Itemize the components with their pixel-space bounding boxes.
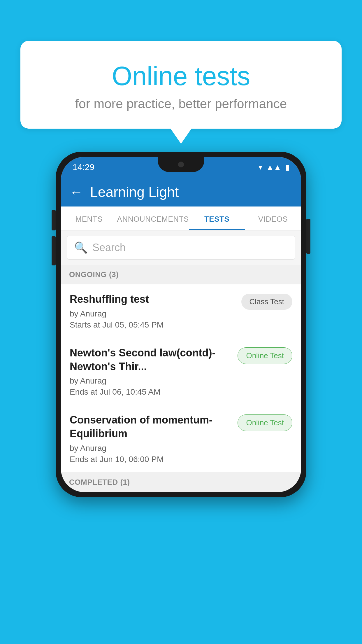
volume-up-button bbox=[52, 210, 56, 230]
test-item[interactable]: Conservation of momentum-Equilibrium by … bbox=[61, 405, 301, 473]
back-button[interactable]: ← bbox=[70, 184, 83, 200]
phone-outer: 14:29 ▾ ▲▲ ▮ ← Learning Light bbox=[56, 152, 306, 497]
test-info: Reshuffling test by Anurag Starts at Jul… bbox=[70, 293, 241, 330]
speech-bubble: Online tests for more practice, better p… bbox=[20, 41, 342, 129]
power-button bbox=[306, 219, 310, 254]
bubble-subtitle: for more practice, better performance bbox=[44, 97, 318, 111]
signal-icon: ▲▲ bbox=[266, 163, 281, 172]
test-author: by Anurag bbox=[70, 376, 232, 386]
front-camera bbox=[178, 162, 184, 167]
test-info: Newton's Second law(contd)-Newton's Thir… bbox=[70, 346, 238, 397]
ongoing-section-title: ONGOING (3) bbox=[69, 270, 119, 279]
tab-announcements[interactable]: ANNOUNCEMENTS bbox=[117, 206, 189, 230]
test-author: by Anurag bbox=[70, 444, 232, 453]
wifi-icon: ▾ bbox=[259, 163, 262, 172]
status-bar: 14:29 ▾ ▲▲ ▮ bbox=[61, 157, 301, 177]
tabs-bar: MENTS ANNOUNCEMENTS TESTS VIDEOS bbox=[61, 206, 301, 230]
tab-tests[interactable]: TESTS bbox=[189, 206, 245, 230]
test-title: Reshuffling test bbox=[70, 293, 236, 306]
search-placeholder: Search bbox=[92, 242, 126, 254]
test-list: Reshuffling test by Anurag Starts at Jul… bbox=[61, 284, 301, 473]
battery-icon: ▮ bbox=[285, 163, 289, 172]
test-info: Conservation of momentum-Equilibrium by … bbox=[70, 413, 238, 464]
search-container: 🔍 Search bbox=[61, 230, 301, 265]
search-bar[interactable]: 🔍 Search bbox=[67, 236, 295, 260]
online-test-badge: Online Test bbox=[238, 347, 292, 364]
search-icon: 🔍 bbox=[74, 241, 88, 254]
status-icons: ▾ ▲▲ ▮ bbox=[259, 163, 289, 172]
phone-frame: 14:29 ▾ ▲▲ ▮ ← Learning Light bbox=[56, 152, 306, 497]
tab-ments[interactable]: MENTS bbox=[61, 206, 117, 230]
tab-videos[interactable]: VIDEOS bbox=[245, 206, 301, 230]
test-time: Starts at Jul 05, 05:45 PM bbox=[70, 320, 236, 330]
promo-section: Online tests for more practice, better p… bbox=[20, 41, 342, 129]
notch bbox=[158, 157, 204, 172]
completed-section-title: COMPLETED (1) bbox=[69, 478, 130, 487]
phone-wrapper: 14:29 ▾ ▲▲ ▮ ← Learning Light bbox=[56, 152, 306, 497]
app-header: ← Learning Light bbox=[61, 177, 301, 206]
ongoing-section-header: ONGOING (3) bbox=[61, 265, 301, 284]
app-title: Learning Light bbox=[90, 184, 179, 200]
test-title: Conservation of momentum-Equilibrium bbox=[70, 413, 232, 441]
completed-section-header: COMPLETED (1) bbox=[61, 473, 301, 492]
status-time: 14:29 bbox=[73, 162, 94, 172]
test-item[interactable]: Newton's Second law(contd)-Newton's Thir… bbox=[61, 338, 301, 405]
test-time: Ends at Jun 10, 06:00 PM bbox=[70, 455, 232, 464]
phone-screen: 14:29 ▾ ▲▲ ▮ ← Learning Light bbox=[61, 157, 301, 492]
volume-down-button bbox=[52, 236, 56, 265]
test-time: Ends at Jul 06, 10:45 AM bbox=[70, 387, 232, 397]
test-title: Newton's Second law(contd)-Newton's Thir… bbox=[70, 346, 232, 374]
class-test-badge: Class Test bbox=[241, 294, 292, 310]
test-item[interactable]: Reshuffling test by Anurag Starts at Jul… bbox=[61, 284, 301, 338]
bubble-title: Online tests bbox=[44, 61, 318, 91]
online-test-badge-2: Online Test bbox=[238, 414, 292, 431]
test-author: by Anurag bbox=[70, 309, 236, 318]
